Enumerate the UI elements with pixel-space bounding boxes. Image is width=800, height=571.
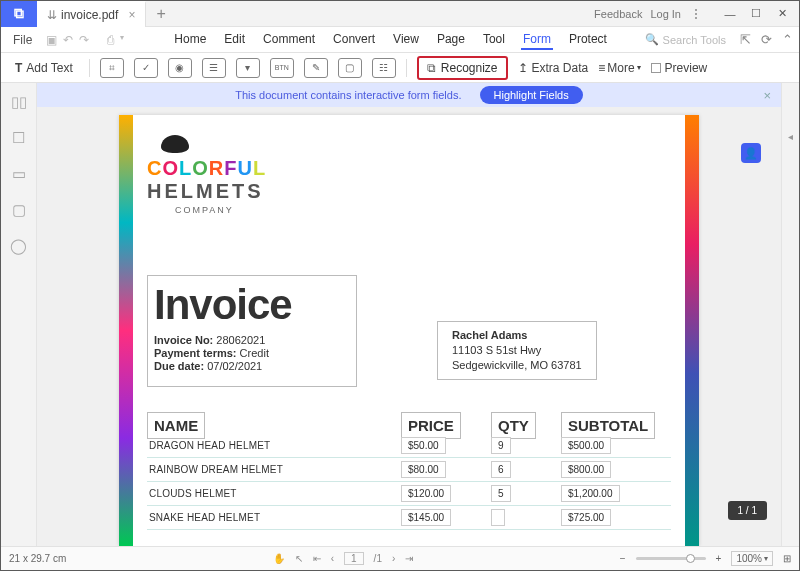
- cell-price[interactable]: $120.00: [401, 485, 451, 502]
- cloud-icon[interactable]: ⟳: [761, 32, 772, 47]
- invoice-title: Invoice: [154, 284, 342, 326]
- new-tab-button[interactable]: +: [146, 5, 175, 23]
- preview-checkbox[interactable]: [651, 63, 661, 73]
- page-icon[interactable]: ▢: [12, 201, 26, 219]
- menu-home[interactable]: Home: [172, 30, 208, 50]
- zoom-out-icon[interactable]: −: [620, 553, 626, 564]
- brand-helmets: HELMETS: [147, 180, 671, 203]
- chevron-down-icon: ▾: [637, 63, 641, 72]
- feedback-link[interactable]: Feedback: [594, 8, 642, 20]
- list-field-icon[interactable]: ☰: [202, 58, 226, 78]
- menu-page[interactable]: Page: [435, 30, 467, 50]
- cell-price[interactable]: $145.00: [401, 509, 451, 526]
- kebab-menu[interactable]: [689, 9, 703, 19]
- highlight-fields-button[interactable]: Highlight Fields: [480, 86, 583, 104]
- next-page-icon[interactable]: ›: [392, 553, 395, 564]
- prev-page-icon[interactable]: ‹: [331, 553, 334, 564]
- select-tool-icon[interactable]: ↖: [295, 553, 303, 564]
- due-date-value: 07/02/2021: [207, 360, 262, 372]
- date-field-icon[interactable]: ☷: [372, 58, 396, 78]
- pin-icon: ⇊: [47, 8, 57, 22]
- table-row: SNAKE HEAD HELMET$145.00$725.00: [147, 506, 671, 530]
- menubar: File ▣ ↶ ↷ ⎙ ▾ HomeEditCommentConvertVie…: [1, 27, 799, 53]
- header-name: NAME: [147, 412, 205, 439]
- zoom-select[interactable]: 100% ▾: [731, 551, 773, 566]
- hand-tool-icon[interactable]: ✋: [273, 553, 285, 564]
- page-total: /1: [374, 553, 382, 564]
- expand-icon[interactable]: ⌃: [782, 32, 793, 47]
- window-close[interactable]: ✕: [769, 5, 795, 23]
- image-field-icon[interactable]: ▢: [338, 58, 362, 78]
- print-icon[interactable]: ⎙: [107, 33, 114, 47]
- thumbnails-icon[interactable]: ▯▯: [11, 93, 27, 111]
- more-label: More: [607, 61, 634, 75]
- cell-qty[interactable]: 5: [491, 485, 511, 502]
- banner-close-button[interactable]: ×: [763, 88, 771, 103]
- table-row: RAINBOW DREAM HELMET$80.006$800.00: [147, 458, 671, 482]
- collaboration-badge[interactable]: 👤: [741, 143, 761, 163]
- search-tools[interactable]: 🔍 Search Tools: [645, 33, 726, 46]
- recognize-label: Recognize: [441, 61, 498, 75]
- undo-icon[interactable]: ↶: [63, 33, 73, 47]
- field-align-icon[interactable]: ⌗: [100, 58, 124, 78]
- recognize-icon: ⧉: [427, 61, 436, 75]
- menu-edit[interactable]: Edit: [222, 30, 247, 50]
- left-rail: ▯▯ ☐ ▭ ▢ ◯: [1, 83, 37, 546]
- dropdown-field-icon[interactable]: ▾: [236, 58, 260, 78]
- menu-tool[interactable]: Tool: [481, 30, 507, 50]
- zoom-in-icon[interactable]: +: [716, 553, 722, 564]
- zoom-thumb[interactable]: [686, 554, 695, 563]
- menu-view[interactable]: View: [391, 30, 421, 50]
- window-minimize[interactable]: —: [717, 5, 743, 23]
- search-rail-icon[interactable]: ◯: [10, 237, 27, 255]
- more-button[interactable]: ≡ More ▾: [598, 61, 640, 75]
- collapse-right-icon[interactable]: ◂: [788, 131, 793, 142]
- cell-name: RAINBOW DREAM HELMET: [147, 464, 401, 475]
- quick-actions: ▣ ↶ ↷ ⎙ ▾: [42, 33, 128, 47]
- extra-data-button[interactable]: ↥ Extra Data: [518, 61, 589, 75]
- billto-line1: 11103 S 51st Hwy: [452, 343, 582, 358]
- cell-qty[interactable]: 9: [491, 437, 511, 454]
- login-link[interactable]: Log In: [650, 8, 681, 20]
- radio-field-icon[interactable]: ◉: [168, 58, 192, 78]
- window-maximize[interactable]: ☐: [743, 5, 769, 23]
- menu-protect[interactable]: Protect: [567, 30, 609, 50]
- button-field-icon[interactable]: BTN: [270, 58, 294, 78]
- cell-price[interactable]: $50.00: [401, 437, 446, 454]
- cell-name: DRAGON HEAD HELMET: [147, 440, 401, 451]
- fit-page-icon[interactable]: ⊞: [783, 553, 791, 564]
- cell-qty[interactable]: [491, 509, 505, 526]
- share-icon[interactable]: ⇱: [740, 32, 751, 47]
- cell-subtotal[interactable]: $500.00: [561, 437, 611, 454]
- page-current[interactable]: 1: [344, 552, 364, 565]
- cell-subtotal[interactable]: $725.00: [561, 509, 611, 526]
- recognize-button[interactable]: ⧉ Recognize: [417, 56, 508, 80]
- redo-icon[interactable]: ↷: [79, 33, 89, 47]
- app-logo[interactable]: ⧉: [1, 1, 37, 27]
- header-qty: QTY: [491, 412, 536, 439]
- print-dropdown-icon[interactable]: ▾: [120, 33, 124, 47]
- cell-price[interactable]: $80.00: [401, 461, 446, 478]
- first-page-icon[interactable]: ⇤: [313, 553, 321, 564]
- cell-qty[interactable]: 6: [491, 461, 511, 478]
- bookmark-icon[interactable]: ☐: [12, 129, 25, 147]
- preview-toggle[interactable]: Preview: [651, 61, 708, 75]
- open-icon[interactable]: ▣: [46, 33, 57, 47]
- cell-subtotal[interactable]: $1,200.00: [561, 485, 620, 502]
- payment-terms-value: Credit: [240, 347, 269, 359]
- cell-subtotal[interactable]: $800.00: [561, 461, 611, 478]
- add-text-button[interactable]: T Add Text: [9, 61, 79, 75]
- last-page-icon[interactable]: ⇥: [405, 553, 413, 564]
- file-menu[interactable]: File: [7, 33, 38, 47]
- zoom-slider[interactable]: [636, 557, 706, 560]
- checkbox-field-icon[interactable]: ✓: [134, 58, 158, 78]
- menu-convert[interactable]: Convert: [331, 30, 377, 50]
- menu-form[interactable]: Form: [521, 30, 553, 50]
- menu-comment[interactable]: Comment: [261, 30, 317, 50]
- page-dimensions: 21 x 29.7 cm: [9, 553, 66, 564]
- document-tab[interactable]: ⇊ invoice.pdf ×: [37, 1, 146, 27]
- attachment-icon[interactable]: ▭: [12, 165, 26, 183]
- form-toolbar: T Add Text ⌗ ✓ ◉ ☰ ▾ BTN ✎ ▢ ☷ ⧉ Recogni…: [1, 53, 799, 83]
- signature-field-icon[interactable]: ✎: [304, 58, 328, 78]
- tab-close-button[interactable]: ×: [128, 8, 135, 22]
